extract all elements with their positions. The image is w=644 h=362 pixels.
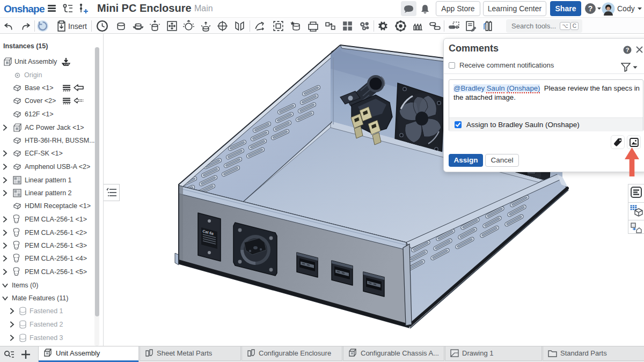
svg-text:?: ? [588,4,593,13]
svg-text:?: ? [626,47,630,53]
